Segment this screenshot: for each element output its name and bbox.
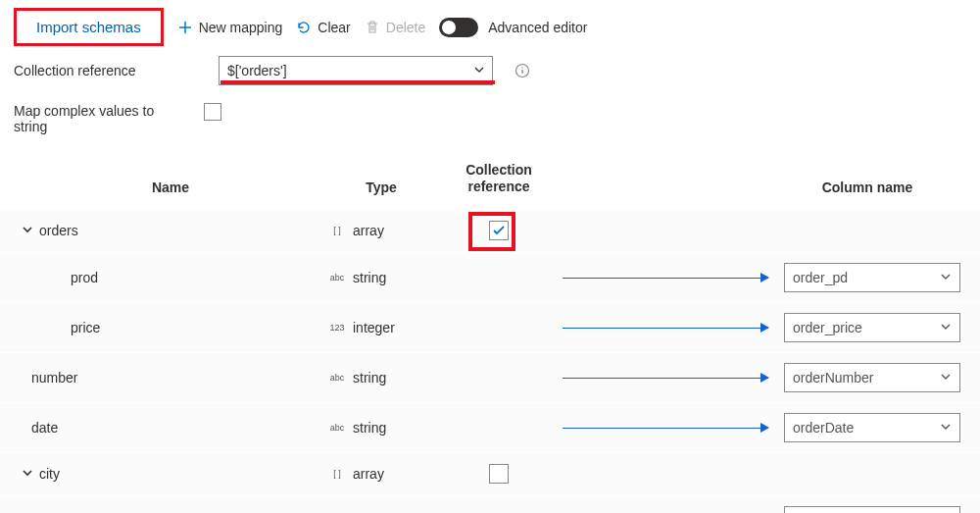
mapping-arrow	[563, 267, 768, 288]
field-name: prod	[71, 270, 98, 285]
table-header: Name Type Collection reference Column na…	[0, 162, 980, 209]
table-row: orders[ ]array	[0, 209, 980, 252]
type-label: string	[353, 270, 386, 285]
chevron-down-icon	[940, 370, 952, 385]
type-badge-icon: abc	[327, 423, 347, 433]
map-complex-row: Map complex values to string	[0, 85, 980, 134]
type-label: array	[353, 223, 384, 238]
header-collection-reference: Collection reference	[435, 162, 563, 195]
cell-type: abcstring	[327, 270, 435, 285]
toggle-knob	[442, 21, 456, 34]
highlight-import: Import schemas	[14, 8, 164, 46]
column-name-value: order_pd	[793, 270, 848, 285]
header-type: Type	[327, 180, 435, 195]
type-label: string	[353, 370, 386, 385]
new-mapping-button[interactable]: New mapping	[177, 20, 283, 35]
table-row: dateabcstringorderDate	[0, 402, 980, 452]
collection-reference-value: $['orders']	[227, 63, 287, 78]
clear-label: Clear	[318, 20, 350, 35]
type-label: string	[353, 420, 386, 436]
mapping-arrow	[563, 417, 768, 438]
info-icon[interactable]	[514, 63, 530, 78]
collection-reference-checkbox[interactable]	[489, 464, 509, 484]
type-label: integer	[353, 320, 395, 335]
chevron-down-icon[interactable]	[22, 466, 33, 482]
table-row: price123integerorder_price	[0, 302, 980, 352]
mapping-arrow	[563, 510, 768, 513]
cell-name: date	[14, 420, 327, 436]
cell-column-name: orderNumber	[768, 363, 966, 392]
mapping-arrow	[563, 463, 768, 485]
delete-button: Delete	[365, 20, 425, 35]
cell-column-name: city	[768, 506, 966, 513]
delete-label: Delete	[386, 20, 425, 35]
new-mapping-label: New mapping	[199, 20, 283, 35]
column-name-value: orderDate	[793, 420, 854, 436]
cell-column-name: orderDate	[768, 413, 966, 442]
cell-type: [ ]array	[327, 466, 435, 482]
column-name-select[interactable]: order_price	[784, 313, 960, 342]
import-schemas-button[interactable]: Import schemas	[19, 13, 159, 41]
mapping-arrow	[563, 220, 768, 241]
field-name: date	[31, 420, 58, 436]
table-row: city[ ]array	[0, 452, 980, 495]
plus-icon	[177, 20, 193, 35]
clear-button[interactable]: Clear	[296, 20, 350, 35]
field-name: orders	[39, 223, 78, 238]
advanced-editor-label: Advanced editor	[488, 20, 587, 35]
type-badge-icon: 123	[327, 323, 347, 333]
cell-type: 123integer	[327, 320, 435, 335]
header-name: Name	[14, 180, 327, 195]
cell-type: abcstring	[327, 370, 435, 385]
collection-reference-checkbox[interactable]	[489, 221, 509, 240]
advanced-editor-toggle[interactable]	[439, 18, 478, 37]
cell-type: [ ]array	[327, 223, 435, 238]
field-name: number	[31, 370, 77, 385]
cell-collection-reference	[435, 464, 563, 484]
cell-type: abcstring	[327, 420, 435, 436]
chevron-down-icon	[940, 320, 952, 335]
chevron-down-icon	[940, 420, 952, 436]
column-name-select[interactable]: orderNumber	[784, 363, 960, 392]
type-badge-icon: [ ]	[327, 226, 347, 235]
type-badge-icon: abc	[327, 273, 347, 282]
cell-name: city	[14, 466, 327, 482]
mapping-table: Name Type Collection reference Column na…	[0, 162, 980, 513]
collection-reference-label: Collection reference	[14, 63, 205, 78]
field-name: price	[71, 320, 100, 335]
cell-name: prod	[14, 270, 327, 285]
column-name-select[interactable]: order_pd	[784, 263, 960, 292]
type-label: array	[353, 466, 384, 482]
cell-name: price	[14, 320, 327, 335]
map-complex-label: Map complex values to string	[14, 103, 190, 134]
table-row: nameabcstringcity	[0, 495, 980, 513]
column-name-select[interactable]: city	[784, 506, 960, 513]
column-name-select[interactable]: orderDate	[784, 413, 960, 442]
chevron-down-icon[interactable]	[22, 223, 33, 238]
chevron-down-icon	[940, 270, 952, 285]
table-row: prodabcstringorder_pd	[0, 252, 980, 302]
refresh-icon	[296, 20, 312, 35]
highlight-collection-ref	[220, 80, 495, 84]
header-column-name: Column name	[768, 180, 966, 195]
cell-column-name: order_price	[768, 313, 966, 342]
map-complex-checkbox[interactable]	[204, 103, 221, 121]
cell-column-name: order_pd	[768, 263, 966, 292]
toolbar: Import schemas New mapping Clear Delete …	[0, 0, 980, 52]
mapping-arrow	[563, 317, 768, 338]
column-name-value: orderNumber	[793, 370, 873, 385]
cell-collection-reference	[435, 221, 563, 240]
column-name-value: order_price	[793, 320, 862, 335]
table-row: numberabcstringorderNumber	[0, 352, 980, 402]
type-badge-icon: [ ]	[327, 469, 347, 479]
field-name: city	[39, 466, 60, 482]
cell-name: orders	[14, 223, 327, 238]
type-badge-icon: abc	[327, 373, 347, 383]
trash-icon	[365, 20, 380, 35]
cell-name: number	[14, 370, 327, 385]
mapping-arrow	[563, 367, 768, 388]
